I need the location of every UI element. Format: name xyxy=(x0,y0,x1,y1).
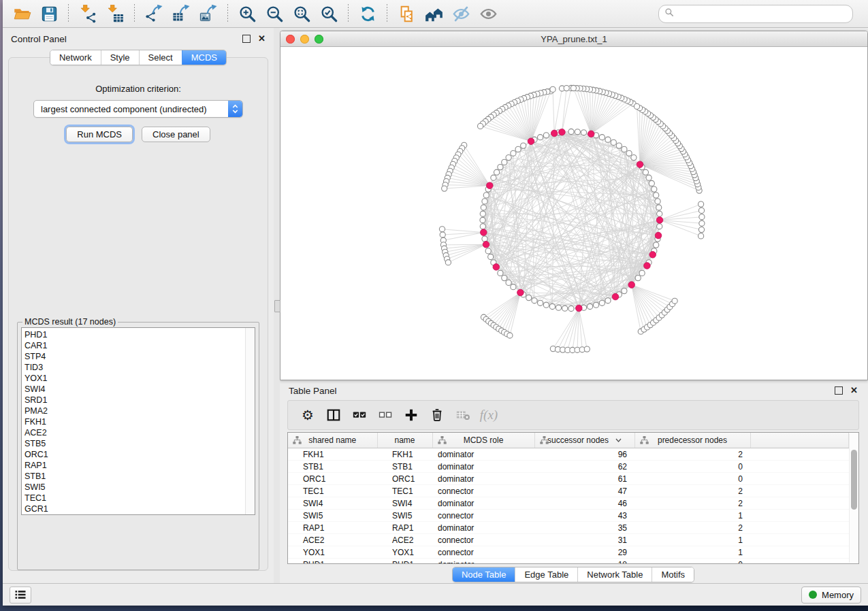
table-cell[interactable]: 1 xyxy=(634,510,750,522)
import-network-button[interactable] xyxy=(76,3,100,24)
mcds-result-list[interactable]: PHD1CAR1STP4TID3YOX1SWI4SRD1PMA2FKH1ACE2… xyxy=(21,327,255,515)
table-cell[interactable]: PHD1 xyxy=(377,559,432,565)
mcds-result-item[interactable]: STB1 xyxy=(25,471,255,482)
zoom-selected-button[interactable] xyxy=(317,3,341,24)
table-cell[interactable]: 18 xyxy=(534,559,634,565)
table-row[interactable]: TEC1TEC1connector472 xyxy=(288,485,849,497)
search-box[interactable] xyxy=(658,5,853,23)
export-network-button[interactable] xyxy=(142,3,166,24)
table-cell[interactable]: YOX1 xyxy=(288,546,377,559)
mcds-result-item[interactable]: FKH1 xyxy=(25,416,255,427)
memory-button[interactable]: Memory xyxy=(801,587,861,604)
table-cell[interactable]: 1 xyxy=(634,546,750,559)
first-neighbors-button[interactable] xyxy=(421,3,446,24)
table-cell[interactable]: 43 xyxy=(534,510,634,522)
add-column-button[interactable] xyxy=(398,403,424,427)
column-header-shared-name[interactable]: shared name xyxy=(288,433,377,448)
table-cell[interactable]: PHD1 xyxy=(288,559,377,565)
table-row[interactable]: YOX1YOX1connector291 xyxy=(288,546,849,559)
run-mcds-button[interactable]: Run MCDS xyxy=(66,127,133,142)
show-all-button[interactable] xyxy=(476,3,500,24)
table-cell[interactable]: TEC1 xyxy=(377,485,432,497)
table-cell[interactable]: 62 xyxy=(534,461,634,473)
table-cell[interactable]: dominator xyxy=(432,559,534,565)
panel-divider[interactable] xyxy=(274,28,280,583)
delete-column-button[interactable] xyxy=(424,403,450,427)
tab-edge-table[interactable]: Edge Table xyxy=(515,567,577,582)
table-cell[interactable]: 31 xyxy=(534,534,634,546)
hide-selection-button[interactable] xyxy=(449,3,473,24)
import-table-button[interactable] xyxy=(103,3,127,24)
table-cell[interactable]: RAP1 xyxy=(288,522,377,534)
table-cell[interactable]: dominator xyxy=(432,497,534,510)
table-row[interactable]: SWI4SWI4dominator462 xyxy=(288,497,849,510)
table-cell[interactable]: 2 xyxy=(634,522,750,534)
close-panel-button[interactable]: Close panel xyxy=(142,127,210,142)
table-cell[interactable]: 61 xyxy=(534,473,634,485)
table-scrollbar-thumb[interactable] xyxy=(851,450,857,510)
mcds-result-item[interactable]: TID3 xyxy=(25,362,255,373)
list-scrollbar[interactable] xyxy=(245,328,255,514)
mcds-result-item[interactable]: STB5 xyxy=(25,438,255,449)
table-cell[interactable]: 29 xyxy=(534,546,634,559)
table-cell[interactable]: 2 xyxy=(634,485,750,497)
task-history-button[interactable] xyxy=(10,587,31,604)
zoom-out-button[interactable] xyxy=(262,3,287,24)
table-cell[interactable]: 2 xyxy=(634,448,750,461)
float-table-panel-icon[interactable] xyxy=(835,386,843,395)
table-cell[interactable]: ACE2 xyxy=(288,534,377,546)
settings-button[interactable]: ⚙ xyxy=(295,403,321,427)
new-network-from-selection-button[interactable] xyxy=(394,3,419,24)
window-zoom-icon[interactable] xyxy=(315,35,323,44)
tab-network-table[interactable]: Network Table xyxy=(577,567,652,582)
table-cell[interactable]: 2 xyxy=(634,497,750,510)
export-image-button[interactable] xyxy=(196,3,221,24)
mcds-result-item[interactable]: CAR1 xyxy=(25,340,255,351)
table-cell[interactable]: FKH1 xyxy=(377,448,432,461)
table-cell[interactable]: 0 xyxy=(634,461,750,473)
table-cell[interactable]: SWI4 xyxy=(288,497,377,510)
mcds-result-item[interactable]: ORC1 xyxy=(25,449,255,460)
table-cell[interactable]: TEC1 xyxy=(288,485,377,497)
export-table-button[interactable] xyxy=(169,3,193,24)
table-cell[interactable]: dominator xyxy=(432,448,534,461)
open-button[interactable] xyxy=(10,3,34,24)
mcds-result-item[interactable]: SRD1 xyxy=(25,395,255,406)
mcds-result-item[interactable]: SWI4 xyxy=(25,384,255,395)
table-cell[interactable]: dominator xyxy=(432,461,534,473)
column-header-predecessor-nodes[interactable]: predecessor nodes xyxy=(634,433,750,448)
table-cell[interactable]: connector xyxy=(432,485,534,497)
table-cell[interactable]: dominator xyxy=(432,522,534,534)
tab-mcds[interactable]: MCDS xyxy=(182,50,226,65)
tab-select[interactable]: Select xyxy=(139,50,182,65)
select-all-checkboxes-button[interactable] xyxy=(347,403,372,427)
float-panel-icon[interactable] xyxy=(242,35,251,43)
divider-grip[interactable] xyxy=(274,300,280,312)
tab-style[interactable]: Style xyxy=(101,50,139,65)
zoom-in-button[interactable] xyxy=(235,3,259,24)
table-row[interactable]: ORC1ORC1dominator610 xyxy=(288,473,849,485)
table-cell[interactable]: STB1 xyxy=(288,461,377,473)
column-header-name[interactable]: name xyxy=(377,433,432,448)
zoom-fit-button[interactable] xyxy=(289,3,314,24)
table-cell[interactable]: YOX1 xyxy=(377,546,432,559)
table-row[interactable]: FKH1FKH1dominator962 xyxy=(288,448,849,461)
table-cell[interactable]: connector xyxy=(432,546,534,559)
table-cell[interactable]: FKH1 xyxy=(288,448,377,461)
search-input[interactable] xyxy=(678,8,847,20)
table-row[interactable]: ACE2ACE2connector311 xyxy=(288,534,849,546)
table-row[interactable]: SWI5SWI5connector431 xyxy=(288,510,849,522)
table-row[interactable]: PHD1PHD1dominator180 xyxy=(288,559,849,565)
table-cell[interactable]: RAP1 xyxy=(377,522,432,534)
network-canvas[interactable] xyxy=(280,47,867,380)
table-scrollbar[interactable] xyxy=(849,433,858,563)
column-header-successor-nodes[interactable]: successor nodes xyxy=(534,433,634,448)
table-cell[interactable]: 35 xyxy=(534,522,634,534)
save-button[interactable] xyxy=(37,3,61,24)
network-window-titlebar[interactable]: YPA_prune.txt_1 xyxy=(280,31,867,47)
table-cell[interactable]: 96 xyxy=(534,448,634,461)
table-row[interactable]: RAP1RAP1dominator352 xyxy=(288,522,849,534)
mcds-result-item[interactable]: SWI5 xyxy=(25,482,255,493)
table-cell[interactable]: SWI5 xyxy=(288,510,377,522)
table-cell[interactable]: 0 xyxy=(634,473,750,485)
